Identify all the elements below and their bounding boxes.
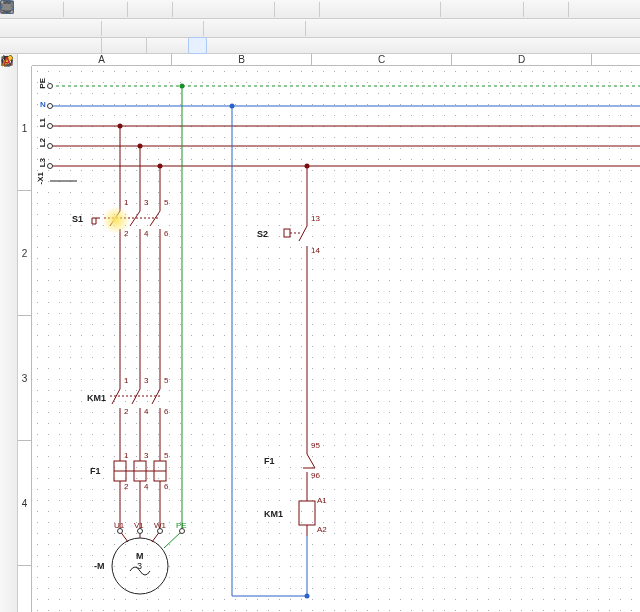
step-icon[interactable] [501, 1, 520, 18]
pin: A1 [317, 496, 327, 505]
palette: I A [0, 54, 18, 612]
line-tool-icon[interactable] [1, 76, 16, 91]
toolbar-extra [0, 38, 640, 54]
window-icon[interactable] [527, 1, 546, 18]
contact-no-icon[interactable] [207, 20, 226, 37]
node [305, 164, 310, 169]
wiring-layer [32, 66, 640, 612]
pin: 4 [144, 407, 148, 416]
toolbar-main: ? [0, 0, 640, 19]
redo-icon[interactable] [150, 1, 169, 18]
l2-terminal [47, 143, 53, 149]
col-a: A [32, 54, 172, 65]
pin: 13 [311, 214, 320, 223]
altline-icon[interactable] [181, 20, 200, 37]
col-b: B [172, 54, 312, 65]
copy-icon[interactable] [86, 1, 105, 18]
km1-label: KM1 [87, 393, 106, 403]
box-icon[interactable] [105, 20, 124, 37]
pattern-i-icon[interactable] [188, 37, 207, 54]
l1-label: L1 [38, 118, 47, 127]
poly-tool-icon[interactable] [1, 148, 16, 163]
pin: 2 [124, 482, 128, 491]
align-top-icon[interactable] [380, 1, 399, 18]
pin: 4 [144, 229, 148, 238]
align-right-icon[interactable] [361, 1, 380, 18]
help-icon[interactable]: ? [572, 1, 591, 18]
pattern-b-icon[interactable] [41, 37, 60, 54]
canvas[interactable]: PE N L1 L2 L3 -X1 S1 S2 KM1 F1 F1 [32, 66, 640, 612]
circle-icon[interactable] [124, 20, 143, 37]
plug-icon[interactable] [347, 20, 366, 37]
toggle-grid-icon[interactable] [278, 1, 297, 18]
dot-icon[interactable] [3, 20, 22, 37]
layers-icon[interactable] [297, 1, 316, 18]
align-left-icon[interactable] [323, 1, 342, 18]
paste-icon[interactable] [105, 1, 124, 18]
jumper-icon[interactable] [162, 20, 181, 37]
zoom-in-icon[interactable] [195, 1, 214, 18]
zoom-fit-icon[interactable] [176, 1, 195, 18]
undo-icon[interactable] [131, 1, 150, 18]
align-middle-icon[interactable] [399, 1, 418, 18]
pattern-a-icon[interactable] [22, 37, 41, 54]
terminal-icon[interactable] [385, 20, 404, 37]
stop-icon[interactable] [463, 1, 482, 18]
separator [172, 2, 173, 17]
pattern-h-icon[interactable] [169, 37, 188, 54]
pin: 6 [164, 229, 168, 238]
svg-line-55 [130, 211, 140, 226]
cut-icon[interactable] [67, 1, 86, 18]
pause-icon[interactable] [482, 1, 501, 18]
zoom-out-icon[interactable] [214, 1, 233, 18]
align-center-icon[interactable] [342, 1, 361, 18]
switch-icon[interactable] [328, 20, 347, 37]
separator [127, 2, 128, 17]
pattern-c-icon[interactable] [60, 37, 79, 54]
text-italic-icon[interactable]: I [1, 94, 16, 109]
pin: 96 [311, 471, 320, 480]
pin: 5 [164, 198, 168, 207]
separator [305, 21, 306, 36]
arrow-tool-icon[interactable] [3, 37, 22, 54]
line-h-icon[interactable] [22, 20, 41, 37]
arc-tool-icon[interactable] [1, 166, 16, 181]
text-a-icon[interactable]: A [1, 202, 16, 217]
pattern-d-icon[interactable] [79, 37, 98, 54]
pencil-tool-icon[interactable] [1, 184, 16, 199]
diamond-icon[interactable] [143, 20, 162, 37]
line-v-icon[interactable] [41, 20, 60, 37]
coil-reset-icon[interactable]: R [283, 20, 302, 37]
pin: 1 [124, 451, 128, 460]
conn-icon[interactable] [366, 20, 385, 37]
separator [274, 2, 275, 17]
motor-tag: -M [94, 561, 105, 571]
pattern-g-icon[interactable] [150, 37, 169, 54]
play-icon[interactable] [444, 1, 463, 18]
meter-icon[interactable] [309, 20, 328, 37]
l2-label: L2 [38, 138, 47, 147]
node-n [230, 104, 235, 109]
pattern-e-icon[interactable] [105, 37, 124, 54]
busbar-icon[interactable] [79, 20, 98, 37]
cascade-icon[interactable] [546, 1, 565, 18]
coil-set-icon[interactable]: S [264, 20, 283, 37]
rect-tool-icon[interactable] [1, 112, 16, 127]
ellipse-tool-icon[interactable] [1, 130, 16, 145]
open-icon[interactable] [22, 1, 41, 18]
coil-icon[interactable] [245, 20, 264, 37]
separator [523, 2, 524, 17]
align-bottom-icon[interactable] [418, 1, 437, 18]
l3-terminal [47, 163, 53, 169]
pattern-icon[interactable] [60, 20, 79, 37]
pin: 2 [124, 229, 128, 238]
save-icon[interactable] [41, 1, 60, 18]
separator [440, 2, 441, 17]
pattern-f-icon[interactable] [124, 37, 143, 54]
pin: 3 [144, 376, 148, 385]
refresh-icon[interactable] [252, 1, 271, 18]
row-2: 2 [18, 191, 31, 316]
contact-nc-icon[interactable] [226, 20, 245, 37]
zoom-area-icon[interactable] [233, 1, 252, 18]
separator [319, 2, 320, 17]
